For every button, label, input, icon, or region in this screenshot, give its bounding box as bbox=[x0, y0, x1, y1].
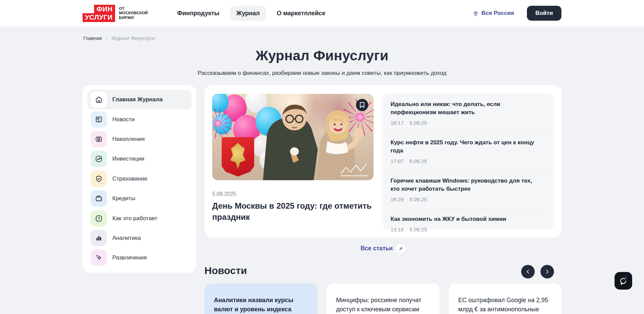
location-pin-icon bbox=[472, 10, 479, 17]
chart-watermark-icon bbox=[340, 163, 369, 177]
list-item[interactable]: Курс нефти в 2025 году. Чего ждать от це… bbox=[391, 132, 546, 170]
article-time: 16:29 bbox=[391, 196, 404, 203]
article-time: 17:07 bbox=[391, 158, 404, 164]
article-title: Курс нефти в 2025 году. Чего ждать от це… bbox=[391, 139, 536, 155]
article-date: 5.09.25 bbox=[409, 196, 427, 203]
main-nav: Финпродукты Журнал О маркетплейсе bbox=[171, 6, 332, 21]
arrow-up-right-icon: ↗ bbox=[396, 244, 406, 253]
insurance-icon bbox=[91, 171, 107, 187]
nav-journal[interactable]: Журнал bbox=[230, 6, 266, 21]
sidebar-item-savings[interactable]: Накопления bbox=[87, 129, 192, 149]
news-card[interactable]: ЕС оштрафовал Google на 2,95 млрд € за а… bbox=[449, 284, 562, 314]
sidebar-item-label: Накопления bbox=[112, 136, 145, 143]
logo-tagline: ОТ МОСКОВСКОЙ БИРЖИ bbox=[119, 6, 156, 20]
finuslugi-logo[interactable]: ФИН УСЛУГИ ОТ МОСКОВСКОЙ БИРЖИ bbox=[83, 5, 156, 22]
savings-icon bbox=[91, 131, 107, 147]
list-item[interactable]: Как экономить на ЖКУ и бытовой химии 13:… bbox=[391, 208, 546, 238]
article-meta: 17:07 5.09.25 bbox=[391, 158, 546, 164]
carousel-prev-button[interactable] bbox=[521, 265, 535, 278]
svg-text:?: ? bbox=[98, 216, 100, 221]
news-card-text: Минцифры: россияне получат доступ к ключ… bbox=[336, 296, 430, 314]
featured-article-title[interactable]: День Москвы в 2025 году: где отметить пр… bbox=[212, 200, 375, 223]
logo-line1: ФИН bbox=[94, 5, 115, 13]
bookmark-button[interactable] bbox=[356, 99, 368, 111]
latest-articles-list: Идеально или никак: что делать, если пер… bbox=[382, 94, 554, 229]
article-meta: 16:29 5.09.25 bbox=[391, 196, 546, 203]
bookmark-icon bbox=[359, 102, 365, 108]
entertainment-icon bbox=[91, 250, 107, 266]
sidebar-item-label: Новости bbox=[112, 116, 135, 123]
sidebar-item-credits[interactable]: Кредиты bbox=[87, 189, 192, 208]
svg-text:?: ? bbox=[625, 276, 627, 280]
featured-article-card: 5.09.2025 День Москвы в 2025 году: где о… bbox=[204, 85, 562, 237]
how-it-works-icon: ? bbox=[91, 210, 107, 227]
article-title: Идеально или никак: что делать, если пер… bbox=[391, 100, 536, 117]
breadcrumb-home[interactable]: Главная bbox=[83, 36, 102, 41]
all-articles-link[interactable]: Все статьи ↗ bbox=[204, 244, 562, 253]
sidebar-item-label: Инвестиции bbox=[112, 155, 144, 162]
news-card[interactable]: Аналитики назвали курсы валют и уровень … bbox=[204, 284, 317, 314]
list-item[interactable]: Горячие клавиши Windows: руководство для… bbox=[391, 170, 546, 208]
page-title: Журнал Финуслуги bbox=[0, 48, 644, 64]
news-card-text: ЕС оштрафовал Google на 2,95 млрд € за а… bbox=[458, 296, 552, 314]
chevron-left-icon bbox=[526, 269, 530, 274]
sidebar-item-label: Как это работает bbox=[112, 215, 157, 222]
region-selector[interactable]: Вся Россия bbox=[472, 10, 514, 17]
sidebar-item-label: Аналитика bbox=[112, 235, 141, 242]
nav-about-marketplace[interactable]: О маркетплейсе bbox=[271, 6, 332, 21]
journal-page: ФИН УСЛУГИ ОТ МОСКОВСКОЙ БИРЖИ Финпродук… bbox=[0, 0, 644, 314]
chevron-right-icon bbox=[545, 269, 550, 274]
article-meta: 18:17 5.09.25 bbox=[391, 120, 546, 126]
sidebar-item-how-it-works[interactable]: ? Как это работает bbox=[87, 208, 192, 228]
login-button[interactable]: Войти bbox=[527, 6, 561, 21]
sidebar-item-news[interactable]: Новости bbox=[87, 109, 192, 129]
news-card[interactable]: Минцифры: россияне получат доступ к ключ… bbox=[327, 284, 440, 314]
journal-sidebar: Главная Журнала Новости Накопления Инвес… bbox=[83, 85, 196, 273]
article-title: Горячие клавиши Windows: руководство для… bbox=[391, 177, 536, 193]
sidebar-item-label: Главная Журнала bbox=[112, 96, 163, 103]
region-label: Вся Россия bbox=[481, 10, 514, 17]
logo-mark: ФИН УСЛУГИ bbox=[83, 5, 115, 22]
sidebar-item-label: Развлечения bbox=[112, 254, 147, 261]
list-item[interactable]: Идеально или никак: что делать, если пер… bbox=[391, 94, 546, 132]
breadcrumb-current: Журнал Финуслуги bbox=[112, 36, 155, 41]
news-icon bbox=[91, 111, 107, 128]
investments-icon bbox=[91, 151, 107, 167]
news-cards-row: Аналитики назвали курсы валют и уровень … bbox=[204, 284, 562, 314]
news-section-title: Новости bbox=[204, 265, 247, 276]
top-navigation-bar: ФИН УСЛУГИ ОТ МОСКОВСКОЙ БИРЖИ Финпродук… bbox=[0, 0, 644, 26]
article-time: 18:17 bbox=[391, 120, 404, 126]
carousel-next-button[interactable] bbox=[540, 265, 554, 278]
breadcrumb: Главная › Журнал Финуслуги bbox=[83, 35, 155, 41]
featured-article-image[interactable] bbox=[212, 94, 374, 180]
article-time: 13:18 bbox=[391, 227, 404, 233]
article-meta: 13:18 5.09.25 bbox=[391, 227, 546, 233]
news-carousel-controls bbox=[521, 265, 554, 278]
sidebar-item-insurance[interactable]: Страхование bbox=[87, 169, 192, 189]
sidebar-item-journal-home[interactable]: Главная Журнала bbox=[87, 90, 192, 109]
article-date: 5.09.25 bbox=[409, 120, 427, 126]
support-chat-button[interactable]: ? bbox=[615, 272, 632, 290]
article-title: Как экономить на ЖКУ и бытовой химии bbox=[391, 215, 536, 223]
sidebar-item-investments[interactable]: Инвестиции bbox=[87, 149, 192, 169]
sidebar-item-label: Страхование bbox=[112, 175, 147, 182]
news-card-text: Аналитики назвали курсы валют и уровень … bbox=[214, 296, 308, 314]
article-date: 5.09.25 bbox=[409, 227, 427, 233]
analytics-icon bbox=[91, 230, 107, 246]
featured-article-date: 5.09.2025 bbox=[212, 191, 236, 197]
article-date: 5.09.25 bbox=[409, 158, 427, 164]
chat-help-icon: ? bbox=[618, 276, 628, 286]
nav-finproducts[interactable]: Финпродукты bbox=[171, 6, 226, 21]
sidebar-item-entertainment[interactable]: Развлечения bbox=[87, 248, 192, 268]
credits-icon bbox=[91, 190, 107, 207]
page-subtitle: Рассказываем о финансах, разбираем новые… bbox=[0, 70, 644, 77]
breadcrumb-separator-icon: › bbox=[106, 35, 108, 41]
sidebar-item-label: Кредиты bbox=[112, 195, 135, 202]
home-icon bbox=[91, 91, 107, 108]
sidebar-item-analytics[interactable]: Аналитика bbox=[87, 228, 192, 248]
all-articles-label: Все статьи bbox=[360, 245, 393, 252]
logo-line2: УСЛУГИ bbox=[83, 13, 115, 22]
